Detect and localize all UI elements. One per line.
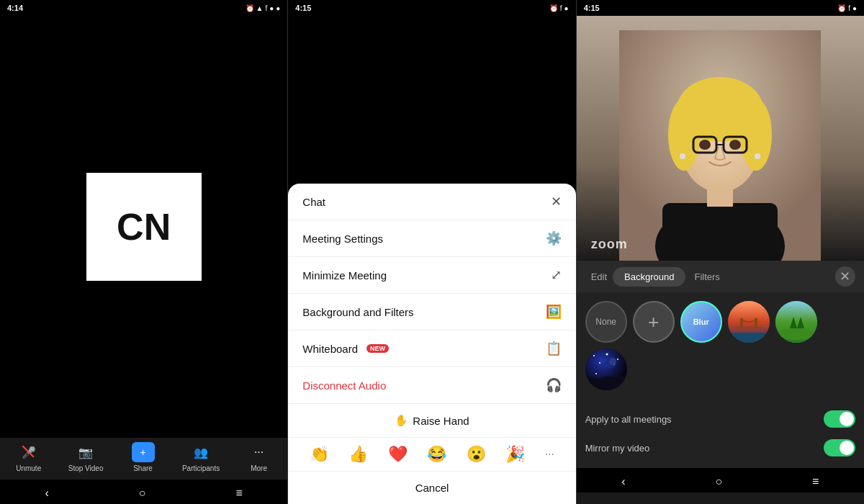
cancel-button[interactable]: Cancel — [288, 472, 575, 504]
status-bar-3: 4:15 ⏰ f ● — [577, 0, 864, 16]
unmute-button[interactable]: 🎤 Unmute — [11, 442, 47, 472]
emoji-row: 👏 👍 ❤️ 😂 😮 🎉 ··· — [288, 438, 575, 472]
camera-view: zoom — [577, 16, 864, 261]
raise-hand-emoji: ✋ — [395, 414, 408, 427]
clap-emoji[interactable]: 👏 — [310, 445, 329, 464]
back-nav-3[interactable]: ‹ — [621, 475, 625, 488]
menu-nav-3[interactable]: ≡ — [812, 475, 819, 488]
more-emoji[interactable]: ··· — [545, 448, 554, 461]
more-icon: ··· — [249, 442, 269, 462]
home-nav[interactable]: ○ — [139, 487, 146, 500]
more-button[interactable]: ··· More — [241, 442, 277, 472]
golden-gate-svg — [728, 301, 770, 343]
svg-point-28 — [599, 362, 600, 364]
nav-bar-1: ‹ ○ ≡ — [0, 480, 287, 504]
status-bar-2: 4:15 ⏰ f ● — [288, 0, 575, 16]
bg-option-blur[interactable]: Blur — [680, 301, 722, 343]
status-bar-1: 4:14 ⏰ ▲ f ● ● — [0, 0, 287, 16]
alarm-icon: ⏰ — [246, 4, 254, 12]
laugh-emoji[interactable]: 😂 — [427, 445, 446, 464]
blur-label: Blur — [693, 318, 709, 326]
participants-icon: 👥 — [191, 442, 211, 462]
svg-rect-16 — [735, 327, 762, 328]
svg-point-26 — [606, 354, 608, 356]
back-nav[interactable]: ‹ — [45, 487, 48, 500]
background-label: Background and Filters — [302, 306, 413, 318]
dot3-icon: ● — [564, 4, 569, 12]
wow-emoji[interactable]: 😮 — [467, 445, 486, 464]
share-button[interactable]: + Share — [125, 442, 161, 472]
bg-option-night-sky[interactable] — [585, 348, 627, 390]
more-label: More — [251, 464, 267, 472]
tab-edit[interactable]: Edit — [585, 269, 613, 285]
menu-nav[interactable]: ≡ — [235, 487, 242, 500]
person-bg — [577, 16, 864, 261]
bg-option-golden-gate[interactable] — [728, 301, 770, 343]
stop-video-button[interactable]: 📷 Stop Video — [68, 442, 104, 472]
time-1: 4:14 — [7, 4, 23, 12]
background-left: Background and Filters — [302, 306, 413, 318]
unmute-label: Unmute — [16, 464, 41, 472]
cn-avatar-box: CN — [86, 173, 202, 281]
chat-label: Chat — [302, 196, 325, 208]
bg-options-grid: None + Blur — [577, 292, 864, 399]
disconnect-label: Disconnect Audio — [302, 379, 386, 392]
status-icons-2: ⏰ f ● — [549, 4, 569, 12]
close-icon: ✕ — [840, 269, 850, 284]
toolbar-1: 🎤 Unmute 📷 Stop Video + Share 👥 Particip… — [0, 438, 287, 480]
panel-3: 4:15 ⏰ f ● — [577, 0, 864, 504]
alarm3-icon: ⏰ — [837, 4, 846, 12]
headset-icon: 🎧 — [546, 377, 562, 393]
alarm2-icon: ⏰ — [549, 4, 558, 12]
mic-icon: 🎤 — [19, 442, 39, 462]
bg-option-green-field[interactable] — [775, 301, 817, 343]
party-emoji[interactable]: 🎉 — [505, 445, 525, 464]
whiteboard-left: Whiteboard NEW — [302, 343, 389, 355]
settings-gear-icon: ⚙️ — [546, 230, 562, 246]
settings-section: Apply to all meetings Mirror my video — [577, 399, 864, 468]
tab-filters[interactable]: Filters — [685, 269, 728, 285]
svg-point-14 — [729, 140, 741, 150]
apply-all-label: Apply to all meetings — [585, 414, 672, 425]
svg-point-25 — [593, 355, 595, 356]
menu-item-chat[interactable]: Chat ✕ — [288, 184, 575, 220]
svg-point-30 — [595, 373, 597, 374]
cancel-label: Cancel — [415, 482, 449, 494]
none-label: None — [595, 317, 616, 327]
close-button[interactable]: ✕ — [835, 266, 855, 287]
bg-option-add[interactable]: + — [633, 301, 675, 343]
minimize-left: Minimize Meeting — [302, 269, 387, 282]
fb2-icon: f — [560, 4, 562, 12]
menu-item-whiteboard[interactable]: Whiteboard NEW 📋 — [288, 330, 575, 367]
person-svg — [619, 30, 821, 261]
mirror-video-row: Mirror my video — [585, 439, 855, 456]
background-icon: 🖼️ — [546, 304, 562, 320]
menu-item-minimize[interactable]: Minimize Meeting ⤢ — [288, 257, 575, 294]
raise-hand-label: Raise Hand — [413, 415, 469, 427]
raise-hand-row[interactable]: ✋ Raise Hand — [288, 404, 575, 438]
dot-icon: ● — [269, 4, 274, 12]
add-icon: + — [648, 311, 659, 333]
participants-button[interactable]: 👥 Participants — [182, 442, 220, 472]
settings-left: Meeting Settings — [302, 233, 383, 245]
fb3-icon: f — [848, 4, 850, 12]
mirror-video-toggle[interactable] — [824, 439, 855, 456]
svg-point-7 — [740, 99, 772, 171]
menu-item-settings[interactable]: Meeting Settings ⚙️ — [288, 220, 575, 257]
bg-option-none[interactable]: None — [585, 301, 627, 343]
fb-icon: f — [265, 4, 267, 12]
disconnect-left: Disconnect Audio — [302, 379, 386, 392]
home-nav-3[interactable]: ○ — [715, 475, 722, 488]
thumbsup-emoji[interactable]: 👍 — [348, 445, 368, 464]
green-field-svg — [775, 301, 817, 343]
svg-point-9 — [755, 153, 760, 159]
menu-item-disconnect[interactable]: Disconnect Audio 🎧 — [288, 367, 575, 404]
heart-emoji[interactable]: ❤️ — [388, 445, 408, 464]
minimize-icon: ⤢ — [551, 267, 562, 283]
apply-all-toggle[interactable] — [824, 410, 855, 428]
menu-sheet: Chat ✕ Meeting Settings ⚙️ Minimize Meet… — [288, 184, 575, 504]
tab-background[interactable]: Background — [613, 267, 685, 287]
menu-item-background[interactable]: Background and Filters 🖼️ — [288, 294, 575, 330]
panel-1: 4:14 ⏰ ▲ f ● ● CN 🎤 Unmute 📷 Stop Video … — [0, 0, 288, 504]
bg-tabs: Edit Background Filters ✕ — [577, 261, 864, 292]
